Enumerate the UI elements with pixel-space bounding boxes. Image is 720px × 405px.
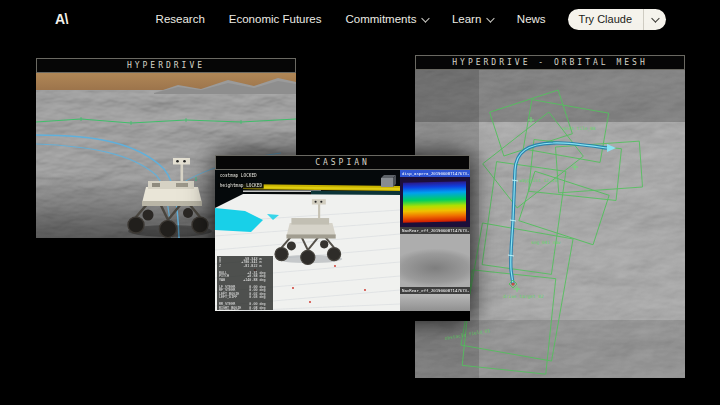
chevron-down-icon[interactable] bbox=[644, 16, 666, 22]
try-claude-label: Try Claude bbox=[568, 13, 643, 25]
chevron-down-icon bbox=[487, 14, 495, 22]
navcam-rectified-image[interactable] bbox=[400, 294, 470, 311]
endpoint-dot-icon bbox=[511, 282, 514, 285]
try-claude-button[interactable]: Try Claude bbox=[568, 9, 666, 30]
caspian-3d-viewport: costmap LOCKED heightmap LOCKED X -58.34… bbox=[215, 170, 400, 311]
nav-link-news[interactable]: News bbox=[517, 13, 546, 25]
image-thumbnail-column: disp_aspera_20190608T147673-1.png NavRea… bbox=[400, 170, 470, 311]
nav-link-research[interactable]: Research bbox=[156, 13, 205, 25]
top-nav: A\ Research Economic Futures Commitments… bbox=[0, 0, 720, 38]
chevron-down-icon bbox=[422, 14, 430, 22]
hyperdrive-panel-title: HYPERDRIVE bbox=[36, 58, 296, 73]
nav-link-commitments[interactable]: Commitments bbox=[345, 13, 427, 25]
anthropic-logo[interactable]: A\ bbox=[55, 11, 68, 27]
costmap-status-chip: costmap LOCKED bbox=[218, 173, 258, 179]
cube-icon bbox=[381, 175, 396, 187]
thumbnail-title-navcam-rectified[interactable]: NavRear_eff_20190608T147673-1_rectified.… bbox=[400, 287, 470, 294]
nav-link-learn[interactable]: Learn bbox=[452, 13, 493, 25]
nav-links: Research Economic Futures Commitments Le… bbox=[156, 13, 546, 25]
nav-link-economic-futures[interactable]: Economic Futures bbox=[229, 13, 322, 25]
caspian-sim-panel: CASPIAN bbox=[215, 155, 470, 321]
disparity-spectrum bbox=[403, 181, 466, 223]
thumbnail-title-navcam[interactable]: NavRear_eff_20190608T147673-1.png bbox=[400, 227, 470, 234]
caspian-panel-title: CASPIAN bbox=[215, 155, 470, 170]
navcam-image[interactable] bbox=[400, 234, 470, 287]
thumbnail-title-disparity[interactable]: disp_aspera_20190608T147673-1.png bbox=[400, 170, 470, 177]
caspian-window: costmap LOCKED heightmap LOCKED X -58.34… bbox=[215, 170, 470, 311]
heightmap-status-chip: heightmap LOCKED bbox=[218, 183, 264, 189]
disparity-image[interactable] bbox=[400, 177, 470, 227]
telemetry-readout: X -58.343 m Y +786.341 m Z -81.822 m ROL… bbox=[217, 256, 273, 310]
orbital-panel-title: HYPERDRIVE - ORBITAL MESH bbox=[415, 55, 685, 70]
